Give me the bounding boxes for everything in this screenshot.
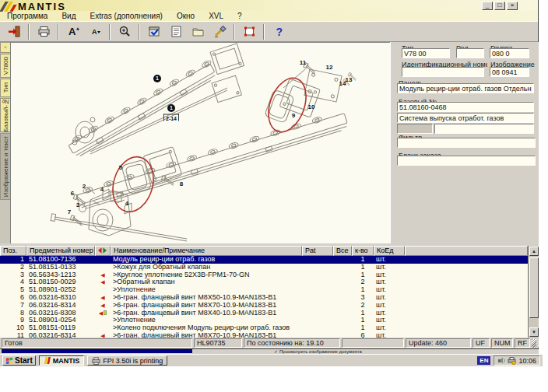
- vse-cell: [333, 310, 352, 317]
- font-increase-button[interactable]: A: [62, 23, 84, 41]
- callout-6[interactable]: 6: [71, 190, 74, 197]
- menu-item-2[interactable]: Extras (дополнения): [83, 11, 170, 21]
- gruppa-field[interactable]: [490, 48, 529, 58]
- table-row[interactable]: 1106.03216-8314◀>6-гран. фланцевый винт …: [0, 332, 528, 338]
- callout-4[interactable]: 4: [100, 186, 104, 193]
- table-scrollbar[interactable]: ▲ ▼: [528, 246, 539, 338]
- tray-box: 10:06: [494, 355, 540, 366]
- language-indicator[interactable]: EN: [477, 356, 490, 365]
- table-row[interactable]: 151.08100-7136Модуль рецир-ции отраб. га…: [0, 256, 528, 264]
- extra-gray-field[interactable]: [397, 124, 433, 134]
- scrollbar-thumb[interactable]: [529, 257, 539, 318]
- tray-printer-warning-icon[interactable]: [508, 356, 516, 365]
- tray-volume-icon[interactable]: [497, 356, 506, 365]
- red-field[interactable]: [456, 48, 484, 58]
- tab-base-no[interactable]: Базовый-№: [0, 98, 10, 132]
- callout-2-14[interactable]: 2-14: [163, 114, 179, 121]
- background-window-titlebar[interactable]: [2, 349, 192, 353]
- column-header-2[interactable]: [95, 246, 111, 256]
- resize-grip[interactable]: [532, 338, 536, 348]
- callout-11[interactable]: 11: [300, 59, 306, 66]
- number-cell: 06.03216-8314: [26, 332, 95, 338]
- panel-field[interactable]: [397, 83, 534, 93]
- callout-13[interactable]: 13: [346, 76, 353, 83]
- status-pane-4: Update: 460: [406, 338, 471, 348]
- minimize-button[interactable]: _: [482, 2, 493, 10]
- system-field[interactable]: [397, 113, 534, 123]
- column-header-1[interactable]: Предметный номер: [26, 246, 95, 256]
- table-row[interactable]: 451.08150-0029◀>Обратный клапан2шт.: [0, 278, 528, 286]
- menu-item-4[interactable]: XVL: [202, 11, 230, 21]
- change-marker-icon: ◀: [100, 272, 104, 278]
- izobr-field[interactable]: [490, 67, 529, 77]
- scroll-up-icon[interactable]: ▲: [529, 247, 539, 256]
- column-header-6[interactable]: к-во: [352, 246, 374, 256]
- diagram-canvas[interactable]: 112-142637445891011121314: [10, 42, 390, 243]
- tip-field[interactable]: [402, 48, 450, 58]
- row-filler: [405, 302, 528, 310]
- table-row[interactable]: 1051.08151-0119>Колено подключения Модул…: [0, 324, 528, 332]
- table-row[interactable]: 251.08151-0133>Кожух для Обратный клапан…: [0, 264, 528, 271]
- table-row[interactable]: 306.56343-1213◀>Круглое уплотнение 52X3B…: [0, 271, 528, 279]
- fit-view-button[interactable]: [238, 23, 260, 41]
- table-row[interactable]: 806.03216-8308◀>6-гран. фланцевый винт M…: [0, 310, 528, 317]
- tab-image-text[interactable]: Изображение и текст: [0, 133, 10, 200]
- help-button[interactable]: ?: [268, 23, 290, 41]
- column-header-4[interactable]: Pat: [302, 246, 333, 256]
- status-pane-0: Готов: [2, 338, 192, 348]
- table-row[interactable]: 706.03216-8314◀>6-гран. фланцевый винт M…: [0, 302, 528, 310]
- tab-v7800[interactable]: V7800: [0, 54, 10, 78]
- column-header-0[interactable]: Поз.: [0, 246, 26, 256]
- font-decrease-button[interactable]: A: [84, 23, 106, 41]
- callout-1[interactable]: 1: [167, 104, 175, 112]
- clock[interactable]: 10:06: [518, 357, 536, 365]
- table-row[interactable]: 606.03216-8310◀>6-гран. фланцевый винт M…: [0, 294, 528, 302]
- printer-icon: [92, 356, 100, 365]
- maximize-button[interactable]: □: [494, 2, 505, 10]
- base-field[interactable]: [397, 102, 534, 112]
- marker-cell: [95, 264, 111, 271]
- taskbar-task-0[interactable]: MANTIS: [39, 355, 85, 366]
- callout-9[interactable]: 9: [292, 112, 295, 119]
- callout-4[interactable]: 4: [125, 200, 128, 207]
- row-filler: [405, 286, 528, 294]
- start-button[interactable]: Start: [2, 355, 36, 366]
- column-header-3[interactable]: Наименование/Примечание: [111, 246, 302, 256]
- tab-tip[interactable]: Тип: [0, 79, 10, 97]
- verify-icon: [148, 25, 161, 38]
- column-header-5[interactable]: Все: [333, 246, 352, 256]
- taskbar-task-1[interactable]: FPI 3.50i is printing: [87, 355, 167, 366]
- callout-2[interactable]: 2: [83, 183, 86, 190]
- verify-button[interactable]: [143, 23, 165, 41]
- order-blank-field[interactable]: [397, 156, 536, 166]
- print-button[interactable]: [33, 23, 54, 41]
- callout-5[interactable]: 5: [119, 164, 122, 171]
- zoom-button[interactable]: [114, 23, 135, 41]
- titlebar[interactable]: MANTIS _□×: [0, 0, 538, 11]
- table-row[interactable]: 951.08901-0254>Уплотнение1шт.: [0, 317, 528, 324]
- toolbar-separator: [139, 24, 140, 40]
- table-row[interactable]: 551.08901-0252>Уплотнение1шт.: [0, 286, 528, 294]
- callout-8[interactable]: 8: [180, 180, 183, 187]
- callout-12[interactable]: 12: [326, 64, 333, 71]
- tab-collapse[interactable]: ^: [0, 42, 10, 53]
- extra-field[interactable]: [434, 124, 534, 134]
- callout-1[interactable]: 1: [153, 75, 161, 82]
- callout-3[interactable]: 3: [76, 201, 79, 208]
- column-header-7[interactable]: КоЕд: [374, 246, 405, 256]
- callout-14[interactable]: 14: [339, 80, 346, 87]
- qty-cell: 1: [352, 256, 374, 264]
- callout-10[interactable]: 10: [308, 103, 315, 110]
- id-field[interactable]: [402, 67, 484, 77]
- callout-7[interactable]: 7: [68, 208, 71, 215]
- folder-button[interactable]: [187, 23, 209, 41]
- parts-list-button[interactable]: [165, 23, 187, 41]
- close-button[interactable]: ×: [507, 2, 518, 10]
- scroll-down-icon[interactable]: ▼: [529, 327, 539, 337]
- edit-button[interactable]: [209, 23, 230, 41]
- menu-item-5[interactable]: ?: [230, 11, 249, 21]
- exit-button[interactable]: [3, 23, 25, 41]
- filter-field[interactable]: [397, 138, 536, 148]
- menu-item-3[interactable]: Окно: [170, 11, 202, 21]
- qty-cell: 2: [352, 278, 374, 286]
